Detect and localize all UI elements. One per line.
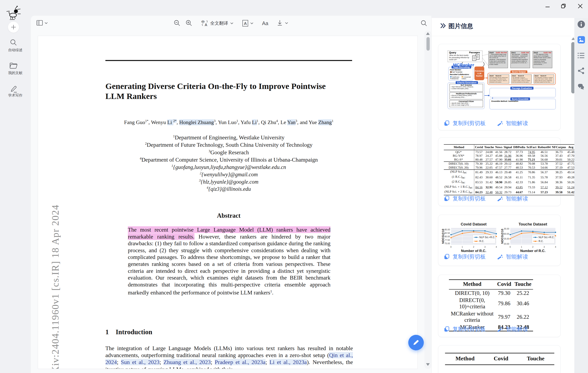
nlp-scientist-member: NLP Scientist xyxy=(450,71,462,73)
healthcare-member: Healthcare Professional xyxy=(450,76,461,80)
app-logo xyxy=(6,5,21,21)
pdf-scrollbar-track[interactable] xyxy=(424,30,431,369)
smart-interpret-button[interactable]: 智能解读 xyxy=(506,253,528,260)
score-box: Doc1Score:5The passage mentions effectiv… xyxy=(511,74,532,83)
smart-interpret-button[interactable]: 智能解读 xyxy=(506,325,528,333)
collapse-panel-button[interactable] xyxy=(440,22,446,29)
toggle-sidebar-button[interactable] xyxy=(36,19,43,26)
author-entity-link[interactable]: Yan xyxy=(287,119,295,125)
sidebar-label-academic-writing[interactable]: 学术写作 xyxy=(0,93,31,98)
sidebar-item-auto-review[interactable] xyxy=(10,39,17,46)
plus-icon xyxy=(11,24,16,30)
pointwise-llm-ranker-box: PointwiseLLMRanker xyxy=(474,67,484,80)
author-entity-link[interactable]: Li xyxy=(252,119,257,125)
chat-bubbles-icon xyxy=(578,83,586,91)
query-box: Query 'what are the best masks for preve… xyxy=(448,50,483,62)
smart-interpret-button[interactable]: 智能解读 xyxy=(506,120,528,127)
close-button[interactable] xyxy=(576,2,584,10)
email-line: 2{wenyulilwy}@gmail.com xyxy=(105,171,352,178)
svg-text:77.50: 77.50 xyxy=(445,239,450,241)
author-entity-link[interactable]: Honglei Zhuang xyxy=(179,119,214,125)
svg-text:NDCG@10: NDCG@10 xyxy=(501,229,504,244)
copy-to-clipboard-button[interactable]: 复制到剪切板 xyxy=(452,253,486,260)
svg-text:A: A xyxy=(205,23,207,27)
copy-to-clipboard-button[interactable]: 复制到剪切板 xyxy=(452,325,486,333)
sidebar-label-my-library[interactable]: 我的文献 xyxy=(0,71,31,75)
intro-paragraph: The integration of Large Language Models… xyxy=(105,345,353,369)
smart-interpret-button[interactable]: 智能解读 xyxy=(506,195,528,202)
svg-text:2: 2 xyxy=(473,246,474,248)
citation-link[interactable]: Li et al., 2023a xyxy=(269,359,307,365)
affiliation-line: 3Google Reserach xyxy=(105,149,352,156)
info-button[interactable] xyxy=(578,20,585,28)
share-button[interactable] xyxy=(578,67,585,74)
sidebar-item-academic-writing[interactable] xyxy=(10,86,18,93)
annotate-fab-button[interactable] xyxy=(408,335,424,350)
download-button[interactable] xyxy=(277,20,288,27)
minimize-button[interactable] xyxy=(544,2,552,10)
citation-link[interactable]: Pradeep et al., 2023a xyxy=(215,359,265,365)
download-icon xyxy=(277,20,283,27)
touche-line-chart: 20.0025.0030.0035.0001234Touche DatasetN… xyxy=(501,222,557,254)
author-text: , Le xyxy=(278,119,287,125)
comments-button[interactable] xyxy=(578,83,586,91)
charts-card[interactable]: 75.0077.5080.0082.5085.0001234Covid Data… xyxy=(438,215,561,266)
svg-text:R.C.: R.C. xyxy=(479,240,484,243)
team-box: Fixed Member: NLP Scientist Recruited Co… xyxy=(448,67,473,81)
citation-link[interactable]: Sun et al., 2023 xyxy=(121,359,159,365)
copy-icon xyxy=(444,326,450,332)
paper-title-line1: Generating Diverse Criteria On-the-Fly t… xyxy=(105,81,357,91)
author-entity-link[interactable]: 2* xyxy=(173,119,177,123)
partial-table-card[interactable]: MethodCovidTouche xyxy=(438,345,561,373)
card-actions: 复制到剪切板 智能解读 xyxy=(444,325,528,333)
svg-text:2: 2 xyxy=(532,246,534,248)
abstract-heading: Abstract xyxy=(105,212,352,219)
minimize-icon xyxy=(545,3,550,9)
paper-table: MethodCovidToucheDIRECT(0, 10)79.3025.22… xyxy=(449,279,533,331)
pdf-page: Generating Diverse Criteria On-the-Fly t… xyxy=(38,36,418,369)
citation-link[interactable]: Zhuang et al., 2023 xyxy=(163,359,210,365)
folder-icon xyxy=(9,62,18,69)
view-mode-dropdown[interactable] xyxy=(44,22,48,24)
restore-button[interactable] xyxy=(559,2,567,10)
scroll-up-arrow[interactable] xyxy=(426,32,430,35)
email-line: 4{qiz3}@illinois.edu xyxy=(105,186,352,192)
author-text: , xyxy=(177,119,179,125)
sidebar-label-auto-review[interactable]: 自动综述 xyxy=(0,48,31,52)
image-info-tab-active[interactable] xyxy=(578,36,585,44)
translate-button[interactable]: 中 A 全文翻译 xyxy=(201,20,234,27)
author-entity-link[interactable]: Li xyxy=(167,119,173,125)
author-text: , Qi Zhu xyxy=(258,119,276,125)
font-settings-button[interactable]: Aa xyxy=(262,20,268,27)
outline-list-button[interactable] xyxy=(578,52,585,59)
scroll-down-arrow[interactable] xyxy=(426,363,430,366)
pdf-scrollbar-thumb[interactable] xyxy=(426,37,430,50)
figure-thumbnail: Query 'what are the best masks for preve… xyxy=(442,47,557,119)
zoom-out-icon xyxy=(174,20,180,27)
add-document-button[interactable] xyxy=(8,22,19,33)
author-text: 1 xyxy=(332,119,333,123)
author-text: Fang Guo xyxy=(124,119,145,125)
copy-to-clipboard-button[interactable]: 复制到剪切板 xyxy=(452,195,486,202)
copy-icon xyxy=(444,195,450,202)
highlight-style-button[interactable]: A xyxy=(242,20,254,27)
author-entity-link[interactable]: Zhang xyxy=(318,119,332,125)
svg-text:82.50: 82.50 xyxy=(445,232,450,234)
translate-icon: 中 A xyxy=(201,20,208,27)
ablation-table-card[interactable]: MethodCovidToucheDIRECT(0, 10)79.3025.22… xyxy=(438,275,561,337)
affiliation-line: 1Department of Engineering, Westlake Uni… xyxy=(105,134,352,141)
copy-to-clipboard-button[interactable]: 复制到剪切板 xyxy=(452,120,486,127)
figure-card[interactable]: Query 'what are the best masks for preve… xyxy=(438,44,561,130)
svg-text:1: 1 xyxy=(521,246,522,248)
affiliation-line: 4Department of Computer Science, Univers… xyxy=(105,157,352,163)
svg-text:1: 1 xyxy=(462,246,463,248)
sidebar-item-my-library[interactable] xyxy=(9,62,18,69)
chevron-down-icon xyxy=(285,22,288,24)
svg-text:3: 3 xyxy=(484,246,486,248)
zoom-in-button[interactable] xyxy=(185,20,192,27)
table-card[interactable]: MethodCovidToucheNewsSignalDBPediaSciFac… xyxy=(438,138,561,206)
pencil-icon xyxy=(413,339,420,346)
author-text: 1 xyxy=(257,119,258,123)
search-document-button[interactable] xyxy=(420,20,428,27)
zoom-out-button[interactable] xyxy=(174,20,180,27)
